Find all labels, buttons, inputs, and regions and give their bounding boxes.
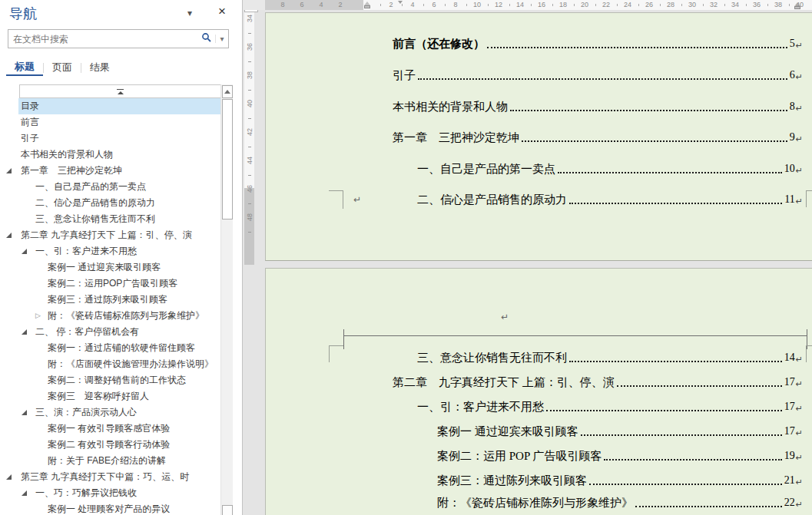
nav-item[interactable]: 一、巧：巧解异议把钱收 bbox=[18, 485, 220, 501]
collapse-triangle-icon[interactable] bbox=[22, 490, 27, 496]
scroll-up-button[interactable] bbox=[222, 85, 233, 98]
ruler-tick bbox=[248, 118, 251, 119]
toc-dot-leader bbox=[522, 140, 787, 142]
nav-item[interactable]: 一、引：客户进来不用愁 bbox=[18, 243, 220, 259]
search-dropdown-chevron-icon[interactable]: ▾ bbox=[215, 35, 228, 43]
ruler-tick bbox=[248, 147, 251, 147]
nav-item[interactable]: 附：《店面硬件设施管理办法操作说明》 bbox=[18, 356, 220, 372]
toc-entry[interactable]: 前言（还在修改）5↵ bbox=[393, 36, 803, 51]
nav-close-icon[interactable]: × bbox=[218, 4, 226, 19]
nav-item[interactable]: 本书相关的背景和人物 bbox=[18, 147, 220, 163]
nav-item[interactable]: 案例一 处理顾客对产品的异议 bbox=[18, 501, 220, 515]
toc-entry[interactable]: 案例二：运用 POP 广告吸引顾客19↵ bbox=[437, 448, 803, 464]
nav-options-chevron-icon[interactable]: ▾ bbox=[187, 8, 192, 18]
toc-entry[interactable]: 第二章 九字真经打天下 上篇：引、停、演17↵ bbox=[393, 375, 803, 390]
toc-entry[interactable]: 第一章 三把神沙定乾坤9↵ bbox=[393, 130, 803, 145]
toc-entry[interactable]: 二、信心是产品销售的原动力11↵ bbox=[417, 192, 803, 207]
nav-item[interactable]: 案例一：通过店铺的软硬件留住顾客 bbox=[18, 340, 220, 356]
text-boundary-mark bbox=[806, 345, 812, 346]
document-page-1[interactable]: ↵ 前言（还在修改）5↵引子6↵本书相关的背景和人物8↵第一章 三把神沙定乾坤9… bbox=[265, 12, 812, 261]
nav-tab-pages[interactable]: 页面 bbox=[44, 61, 81, 75]
ruler-number: 4 bbox=[319, 1, 323, 8]
nav-item[interactable]: ▷附：《瓷砖店铺标准陈列与形象维护》 bbox=[18, 308, 220, 324]
toc-entry-text: 第一章 三把神沙定乾坤 bbox=[393, 130, 519, 145]
toc-dot-leader bbox=[418, 78, 787, 80]
collapse-triangle-icon[interactable] bbox=[22, 249, 27, 254]
header-border-tick bbox=[343, 329, 344, 349]
hanging-indent-marker[interactable] bbox=[364, 2, 370, 8]
nav-item[interactable]: 三、演：产品演示动人心 bbox=[18, 404, 220, 421]
text-boundary-mark bbox=[806, 190, 807, 207]
scrollbar-thumb[interactable] bbox=[222, 99, 233, 220]
paragraph-return-mark: ↵ bbox=[796, 427, 803, 439]
search-input[interactable] bbox=[8, 34, 198, 45]
toc-entry-text: 引子 bbox=[393, 68, 416, 83]
scroll-down-button[interactable] bbox=[222, 505, 233, 515]
nav-item[interactable]: 三、意念让你销售无往而不利 bbox=[18, 211, 220, 227]
ruler-number: 24 bbox=[624, 1, 631, 8]
nav-tab-results[interactable]: 结果 bbox=[81, 61, 118, 75]
nav-item[interactable]: 二、 停：客户停留机会有 bbox=[18, 324, 220, 340]
vertical-ruler: 3436384042444648 bbox=[244, 12, 254, 265]
document-page-2[interactable]: ↵ 三、意念让你销售无往而不利14↵第二章 九字真经打天下 上篇：引、停、演17… bbox=[265, 268, 812, 515]
nav-item-label: 第二章 九字真经打天下 上篇：引、停、演 bbox=[18, 227, 192, 243]
toc-dot-leader bbox=[635, 506, 782, 507]
nav-item-label: 案例一 有效引导顾客感官体验 bbox=[18, 421, 170, 437]
toc-entry-text: 一、自己是产品的第一卖点 bbox=[417, 161, 555, 177]
nav-item-label: 引子 bbox=[18, 130, 39, 147]
nav-item-label: 附：《瓷砖店铺标准陈列与形象维护》 bbox=[18, 308, 204, 324]
nav-item[interactable]: 案例三：通过陈列来吸引顾客 bbox=[18, 292, 220, 308]
ruler-number: 42 bbox=[246, 127, 254, 137]
nav-item[interactable]: 案例三 迎客称呼好留人 bbox=[18, 388, 220, 404]
ruler-number: 8 bbox=[453, 1, 457, 8]
nav-scrollbar[interactable] bbox=[220, 84, 233, 515]
ruler-tick bbox=[552, 4, 553, 6]
ruler-number: 8 bbox=[280, 1, 284, 8]
paragraph-return-mark: ↵ bbox=[796, 164, 803, 177]
ruler-tick bbox=[466, 4, 467, 6]
nav-item-label: 第一章 三把神沙定乾坤 bbox=[18, 163, 122, 179]
nav-item[interactable]: 目录 bbox=[18, 98, 220, 114]
nav-item[interactable]: 第二章 九字真经打天下 上篇：引、停、演 bbox=[18, 227, 220, 243]
search-icon[interactable] bbox=[198, 32, 215, 46]
collapse-all-bar[interactable] bbox=[19, 84, 221, 98]
collapse-triangle-icon[interactable] bbox=[6, 168, 12, 173]
nav-item[interactable]: 二、信心是产品销售的原动力 bbox=[18, 195, 220, 211]
text-boundary-mark bbox=[343, 190, 343, 209]
collapse-triangle-icon[interactable] bbox=[6, 474, 12, 480]
navigation-pane: 导航 ▾ × ▾ 标题页面结果 目录前言引子本书相关的背景和人物第一章 三把神沙… bbox=[0, 0, 243, 515]
toc-entry[interactable]: 一、引：客户进来不用愁17↵ bbox=[417, 399, 803, 414]
toc-entry[interactable]: 案例三：通过陈列来吸引顾客21↵ bbox=[437, 473, 803, 488]
toc-entry[interactable]: 引子6↵ bbox=[393, 68, 803, 83]
toc-entry-text: 案例一 通过迎宾来吸引顾客 bbox=[437, 424, 578, 439]
expand-triangle-icon[interactable]: ▷ bbox=[35, 310, 41, 321]
nav-item[interactable]: 一、自己是产品的第一卖点 bbox=[18, 179, 220, 195]
nav-item[interactable]: 案例二：运用POP广告吸引顾客 bbox=[18, 276, 220, 292]
toc-entry[interactable]: 一、自己是产品的第一卖点10↵ bbox=[417, 161, 803, 177]
nav-item[interactable]: 前言 bbox=[18, 114, 220, 130]
collapse-triangle-icon[interactable] bbox=[22, 329, 27, 335]
nav-tab-headings[interactable]: 标题 bbox=[6, 60, 43, 76]
toc-dot-leader bbox=[617, 385, 782, 387]
ruler-number: 12 bbox=[495, 1, 502, 8]
ruler-number: 34 bbox=[731, 1, 739, 8]
nav-item-label: 前言 bbox=[18, 114, 39, 130]
text-boundary-mark bbox=[806, 190, 812, 191]
toc-entry-text: 第二章 九字真经打天下 上篇：引、停、演 bbox=[393, 375, 615, 390]
nav-item[interactable]: 第三章 九字真经打天下中篇：巧、运、时 bbox=[18, 469, 220, 485]
toc-entry[interactable]: 附：《瓷砖店铺标准陈列与形象维护》22↵ bbox=[437, 495, 803, 510]
collapse-triangle-icon[interactable] bbox=[6, 233, 12, 238]
ruler-tick bbox=[509, 4, 510, 6]
toc-entry-text: 二、信心是产品销售的原动力 bbox=[417, 192, 567, 207]
toc-entry[interactable]: 本书相关的背景和人物8↵ bbox=[393, 99, 803, 114]
collapse-triangle-icon[interactable] bbox=[22, 410, 27, 415]
nav-item[interactable]: 案例二：调整好销售前的工作状态 bbox=[18, 372, 220, 388]
nav-item[interactable]: 案例一 通过迎宾来吸引顾客 bbox=[18, 259, 220, 276]
nav-item[interactable]: 第一章 三把神沙定乾坤 bbox=[18, 163, 220, 179]
nav-item[interactable]: 案例一 有效引导顾客感官体验 bbox=[18, 421, 220, 437]
toc-entry[interactable]: 三、意念让你销售无往而不利14↵ bbox=[417, 350, 803, 365]
nav-item[interactable]: 附：关于 FABE介绍法的讲解 bbox=[18, 453, 220, 469]
nav-item[interactable]: 案例二 有效引导顾客行动体验 bbox=[18, 437, 220, 453]
nav-item[interactable]: 引子 bbox=[18, 130, 220, 147]
toc-entry[interactable]: 案例一 通过迎宾来吸引顾客17↵ bbox=[437, 424, 803, 439]
